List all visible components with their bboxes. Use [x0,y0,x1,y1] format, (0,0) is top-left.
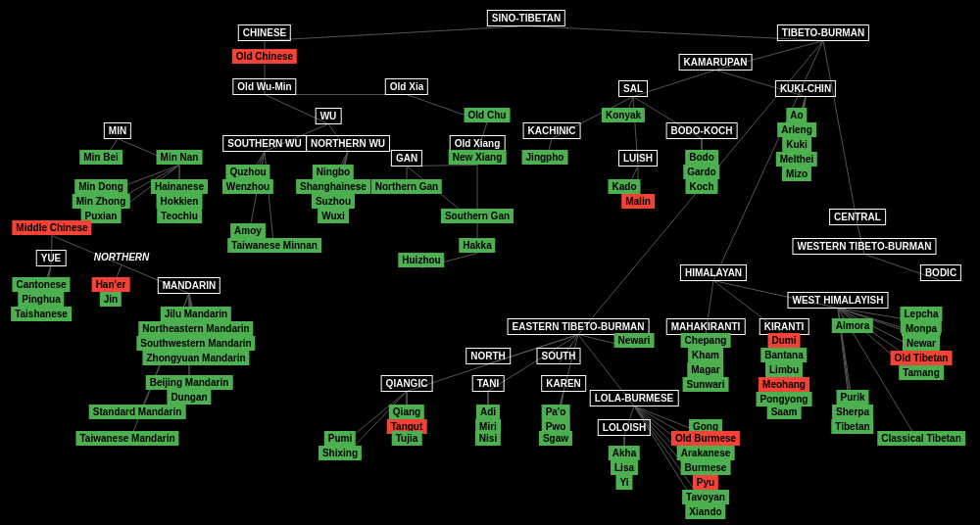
north: NORTH [466,348,511,364]
pyu: Pyu [693,475,718,490]
kuki: Kuki [782,137,811,152]
northern-wu: NORTHERN WU [306,135,390,152]
jingpho: Jingpho [522,150,568,165]
old-burmese: Old Burmese [671,431,740,446]
south: SOUTH [537,348,581,364]
gan: GAN [391,150,422,167]
koch: Koch [686,179,718,194]
old-wu-min: Old Wu-Min [232,78,296,95]
yue: YUE [36,250,67,266]
southern-gan: Southern Gan [441,209,514,223]
teochiu: Teochiu [157,209,202,223]
min-nan: Min Nan [157,150,203,165]
magar: Magar [687,362,723,377]
zhongyuan-mandarin: Zhongyuan Mandarin [142,351,249,365]
tani: TANI [472,375,505,392]
newar: Newar [903,336,940,351]
kham: Kham [688,348,723,362]
wenzhou: Wenzhou [222,179,273,194]
kachinic: KACHINIC [523,122,581,139]
meohang: Meohang [759,377,809,392]
southwestern-mandarin: Southwestern Mandarin [136,336,255,351]
amoy: Amoy [230,223,266,238]
tujia: Tujia [392,431,422,446]
taiwanese-minnan: Taiwanese Minnan [227,238,321,253]
wuxi: Wuxi [318,209,349,223]
gardo: Gardo [683,165,719,179]
sino-tibetan: SINO-TIBETAN [487,10,565,26]
min-dong: Min Dong [74,179,127,194]
qiang: Qiang [389,405,424,419]
nisi: Nisi [475,431,501,446]
saam: Saam [767,405,802,419]
limbu: Limbu [765,362,803,377]
sgaw: Sgaw [539,431,572,446]
akha: Akha [609,446,640,460]
suzhou: Suzhou [312,194,355,209]
min: MIN [104,122,131,139]
pinghua: Pinghua [18,292,64,307]
huizhou: Huizhou [398,253,444,267]
hainanese: Hainanese [151,179,208,194]
lisa: Lisa [611,460,638,475]
beijing-mandarin: Beijing Mandarin [146,375,233,390]
sal: SAL [618,80,648,97]
taiwanese-mandarin: Taiwanese Mandarin [75,431,178,446]
jilu-mandarin: Jilu Mandarin [161,307,231,321]
svg-line-59 [823,41,858,225]
tree-container: SINO-TIBETANTIBETO-BURMANCHINESEOld Chin… [0,0,980,525]
malin: Malin [621,194,655,209]
melthei: Melthei [776,152,817,167]
konyak: Konyak [602,108,645,122]
lola-burmese: LOLA-BURMESE [590,390,679,406]
purik: Purik [836,390,868,405]
old-xia: Old Xia [385,78,428,95]
ao: Ao [786,108,807,122]
wu: WU [316,108,342,124]
shixing: Shixing [318,446,362,460]
qiangic: QIANGIC [381,375,433,392]
ningbo: Ningbo [313,165,354,179]
chinese: CHINESE [238,24,291,41]
classical-tibetan: Classical Tibetan [877,431,965,446]
sunwari: Sunwari [683,377,729,392]
xiando: Xiando [685,504,725,519]
loloish: LOLOISH [598,419,651,436]
svg-line-0 [265,26,526,41]
kamarupan: KAMARUPAN [679,54,753,71]
central: CENTRAL [829,209,886,225]
min-bei: Min Bei [79,150,122,165]
cantonese: Cantonese [12,277,70,292]
monpa: Monpa [902,321,941,336]
tamang: Tamang [899,365,944,380]
newari: Newari [614,333,655,348]
min-zhong: Min Zhong [73,194,130,209]
lepcha: Lepcha [900,307,942,321]
pao: Pa'o [542,405,570,419]
northern-gan: Northern Gan [371,179,442,194]
old-chu: Old Chu [465,108,511,122]
new-xiang: New Xiang [449,150,507,165]
mizo: Mizo [782,167,811,181]
himalayan: HIMALAYAN [680,264,747,281]
old-tibetan: Old Tibetan [891,351,953,365]
yi: Yi [615,475,632,490]
bodo-koch: BODO-KOCH [666,122,738,139]
quzhou: Quzhou [225,165,270,179]
jin: Jin [100,292,122,307]
haner: Han'er [92,277,130,292]
bantana: Bantana [760,348,807,362]
almora: Almora [832,318,873,333]
standard-mandarin: Standard Mandarin [89,405,186,419]
kuki-chin: KUKI-CHIN [775,80,836,97]
hakka: Hakka [459,238,495,253]
mandarin: MANDARIN [158,277,220,294]
northeastern-mandarin: Northeastern Mandarin [138,321,253,336]
western-tibeto-burman: WESTERN TIBETO-BURMAN [792,238,936,255]
karen: KAREN [541,375,586,392]
west-himalayish: WEST HIMALAYISH [788,292,889,309]
hokkien: Hokkien [157,194,203,209]
bodic: BODIC [920,264,961,281]
pumi: Pumi [324,431,356,446]
tavoyan: Tavoyan [682,490,729,504]
